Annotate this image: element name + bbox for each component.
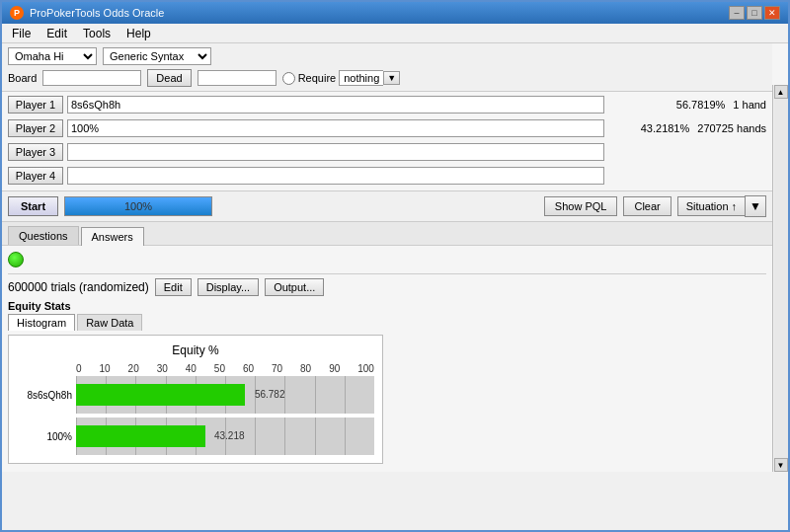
sub-tab-histogram[interactable]: Histogram — [8, 314, 75, 331]
player-4-input[interactable] — [67, 167, 604, 185]
chart-bar-row-1: 8s6sQh8h 56.782 — [17, 376, 374, 414]
status-indicator — [8, 252, 24, 267]
output-button[interactable]: Output... — [265, 278, 324, 296]
grid-line — [284, 418, 314, 455]
game-type-select[interactable]: Omaha Hi Omaha Hi/Lo Hold'em — [8, 47, 97, 65]
chart-body: 8s6sQh8h 56.782 100% — [17, 376, 374, 455]
nothing-dropdown: nothing ▼ — [339, 70, 400, 86]
chart-bar-row-2: 100% 43.218 — [17, 418, 374, 455]
player-2-button[interactable]: Player 2 — [8, 119, 63, 137]
equity-chart: Equity % 0102030405060708090100 8s6sQh8h… — [8, 335, 383, 464]
chart-title: Equity % — [17, 343, 374, 357]
player-3-input[interactable] — [67, 143, 604, 161]
player-2-pct: 43.2181% — [641, 122, 690, 134]
dead-input[interactable] — [198, 70, 276, 86]
start-button[interactable]: Start — [8, 196, 58, 216]
main-window: P ProPokerTools Odds Oracle – □ ✕ File E… — [0, 0, 790, 532]
equity-stats-label: Equity Stats — [8, 300, 766, 312]
syntax-select[interactable]: Generic Syntax PokerStove — [103, 47, 211, 65]
status-row — [8, 250, 766, 269]
menu-help[interactable]: Help — [120, 26, 157, 41]
require-radio[interactable] — [282, 72, 295, 85]
vertical-scrollbar[interactable]: ▲ ▼ — [772, 85, 788, 472]
window-controls: – □ ✕ — [729, 6, 780, 20]
player-row-2: Player 2 43.2181% 270725 hands — [8, 117, 766, 139]
menu-edit[interactable]: Edit — [40, 26, 73, 41]
board-label: Board — [8, 72, 37, 84]
grid-line — [284, 376, 314, 414]
dead-button[interactable]: Dead — [147, 69, 191, 87]
board-input[interactable] — [42, 70, 141, 86]
action-bar: Start 100% Show PQL Clear Situation ↑ ▼ — [2, 191, 772, 222]
trials-text: 600000 trials (randomized) — [8, 280, 149, 294]
edit-button[interactable]: Edit — [155, 278, 192, 296]
chart-bar-area-1: 56.782 — [76, 376, 374, 414]
board-row: Board Dead Require nothing ▼ — [8, 69, 766, 87]
scroll-down-button[interactable]: ▼ — [774, 458, 788, 472]
situation-arrow[interactable]: ▼ — [745, 195, 766, 217]
chart-x-label: 20 — [128, 363, 139, 374]
require-row: Require nothing ▼ — [282, 70, 401, 86]
chart-x-label: 60 — [243, 363, 254, 374]
sub-tab-rawdata[interactable]: Raw Data — [77, 314, 142, 331]
minimize-button[interactable]: – — [729, 6, 745, 20]
scroll-track[interactable] — [774, 99, 788, 458]
nothing-value: nothing — [339, 70, 383, 86]
chart-x-label: 10 — [100, 363, 111, 374]
window-title: ProPokerTools Odds Oracle — [30, 7, 164, 19]
player-1-stats: 56.7819% 1 hand — [608, 99, 766, 111]
game-type-row: Omaha Hi Omaha Hi/Lo Hold'em Generic Syn… — [8, 47, 766, 65]
answers-section: 600000 trials (randomized) Edit Display.… — [2, 246, 772, 472]
grid-line — [345, 418, 374, 455]
chart-x-label: 90 — [329, 363, 340, 374]
menu-bar: File Edit Tools Help — [2, 24, 788, 43]
grid-line — [345, 376, 374, 414]
chart-bar-area-2: 43.218 — [76, 418, 374, 455]
chart-x-label: 70 — [272, 363, 282, 374]
chart-x-label: 80 — [300, 363, 311, 374]
grid-line — [315, 418, 345, 455]
player-1-button[interactable]: Player 1 — [8, 96, 63, 114]
chart-x-label: 100 — [357, 363, 374, 374]
player-4-button[interactable]: Player 4 — [8, 167, 63, 185]
player-3-button[interactable]: Player 3 — [8, 143, 63, 161]
tabs-bar: Questions Answers — [2, 222, 772, 246]
menu-tools[interactable]: Tools — [77, 26, 117, 41]
title-bar: P ProPokerTools Odds Oracle – □ ✕ — [2, 2, 788, 24]
grid-line — [255, 418, 284, 455]
progress-bar: 100% — [64, 196, 212, 216]
player-1-input[interactable] — [67, 96, 604, 114]
app-icon: P — [10, 6, 24, 20]
chart-x-label: 0 — [76, 363, 82, 374]
grid-line — [315, 376, 345, 414]
scroll-up-button[interactable]: ▲ — [774, 85, 788, 99]
divider — [8, 273, 766, 274]
progress-label: 100% — [65, 200, 211, 212]
chart-bar-value-2: 43.218 — [214, 430, 245, 441]
chart-bar-green-1: 56.782 — [76, 384, 245, 407]
maximize-button[interactable]: □ — [747, 6, 762, 20]
chart-row-label-1: 8s6sQh8h — [17, 390, 76, 401]
nothing-arrow-button[interactable]: ▼ — [383, 71, 400, 85]
player-2-input[interactable] — [67, 119, 604, 137]
players-section: Player 1 56.7819% 1 hand Player 2 43.218… — [2, 92, 772, 191]
chart-x-labels: 0102030405060708090100 — [17, 363, 374, 376]
situation-container: Situation ↑ ▼ — [677, 195, 766, 217]
tab-answers[interactable]: Answers — [81, 227, 144, 246]
player-1-pct: 56.7819% — [676, 99, 726, 111]
chart-bar-value-1: 56.782 — [255, 389, 285, 400]
show-pql-button[interactable]: Show PQL — [544, 196, 618, 216]
player-2-stats: 43.2181% 270725 hands — [608, 122, 766, 134]
clear-button[interactable]: Clear — [623, 196, 671, 216]
require-label: Require — [298, 72, 337, 84]
tab-questions[interactable]: Questions — [8, 226, 79, 245]
chart-x-label: 50 — [214, 363, 225, 374]
player-row-4: Player 4 — [8, 165, 766, 187]
player-row-1: Player 1 56.7819% 1 hand — [8, 94, 766, 115]
top-controls-section: Omaha Hi Omaha Hi/Lo Hold'em Generic Syn… — [2, 43, 772, 92]
close-button[interactable]: ✕ — [764, 6, 780, 20]
menu-file[interactable]: File — [6, 26, 37, 41]
player-row-3: Player 3 — [8, 141, 766, 163]
display-button[interactable]: Display... — [198, 278, 259, 296]
situation-button[interactable]: Situation ↑ — [677, 196, 745, 216]
